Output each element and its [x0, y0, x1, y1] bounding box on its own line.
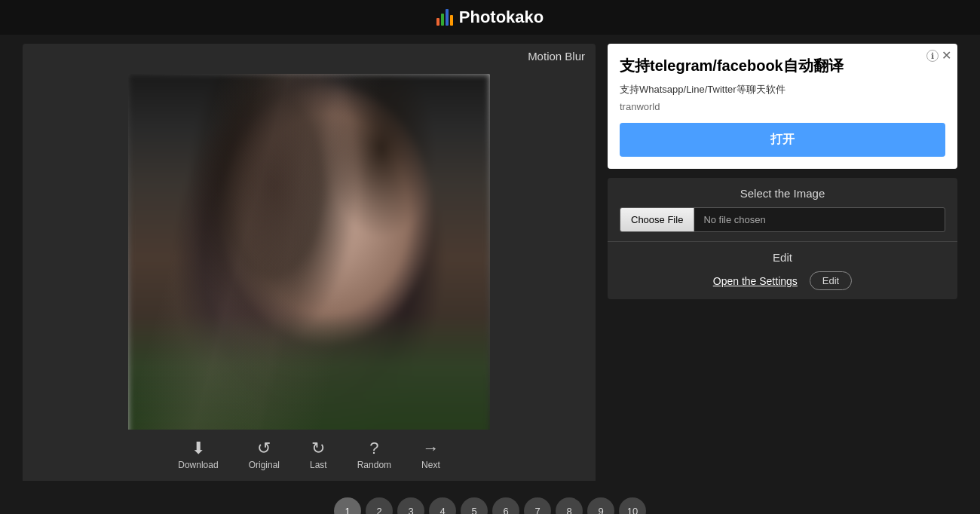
page-btn-9[interactable]: 9: [587, 497, 614, 514]
file-input-wrapper: Choose File No file chosen: [620, 207, 945, 232]
original-button[interactable]: ↺ Original: [234, 436, 295, 475]
left-panel: Motion Blur ⬇ Download ↺ Original ↻: [23, 44, 596, 481]
control-area: Select the Image Choose File No file cho…: [608, 178, 957, 299]
header: Photokako: [0, 0, 980, 35]
page-btn-1[interactable]: 1: [334, 497, 361, 514]
logo-icon: [436, 9, 453, 26]
last-label: Last: [310, 460, 327, 470]
random-icon: ?: [369, 440, 378, 457]
ad-cta-button[interactable]: 打开: [620, 123, 945, 157]
image-toolbar: ⬇ Download ↺ Original ↻ Last ? Random → …: [23, 430, 596, 481]
page-btn-4[interactable]: 4: [429, 497, 456, 514]
photo-container: [128, 74, 490, 443]
edit-row: Open the Settings Edit: [620, 271, 945, 290]
site-title: Photokako: [459, 8, 544, 27]
ad-subtitle: 支持Whatsapp/Line/Twitter等聊天软件: [620, 83, 945, 96]
page-btn-7[interactable]: 7: [524, 497, 551, 514]
info-symbol: ℹ: [931, 51, 934, 61]
page-btn-5[interactable]: 5: [461, 497, 488, 514]
pagination-area: 12345678910: [0, 490, 980, 514]
page-btn-2[interactable]: 2: [366, 497, 393, 514]
edit-title: Edit: [620, 251, 945, 264]
select-image-section: Select the Image Choose File No file cho…: [608, 178, 957, 242]
ad-close-area: ℹ ✕: [926, 50, 951, 62]
last-button[interactable]: ↻ Last: [295, 436, 342, 475]
original-label: Original: [249, 460, 280, 470]
logo-bar-2: [441, 14, 444, 26]
right-panel: ℹ ✕ 支持telegram/facebook自动翻译 支持Whatsapp/L…: [608, 44, 957, 481]
ad-brand: tranworld: [620, 101, 945, 112]
logo-bar-1: [436, 18, 439, 26]
download-label: Download: [178, 460, 218, 470]
file-name-display: No file chosen: [694, 208, 945, 231]
ad-close-button[interactable]: ✕: [942, 50, 951, 62]
logo-bar-3: [446, 9, 449, 26]
logo-bar-4: [450, 15, 453, 26]
page-btn-8[interactable]: 8: [556, 497, 583, 514]
last-icon: ↻: [311, 440, 325, 457]
blur-streak: [128, 74, 490, 443]
select-image-title: Select the Image: [620, 187, 945, 200]
page-btn-10[interactable]: 10: [619, 497, 646, 514]
edit-section: Edit Open the Settings Edit: [608, 242, 957, 299]
download-button[interactable]: ⬇ Download: [163, 436, 233, 475]
page-btn-3[interactable]: 3: [397, 497, 424, 514]
blurred-photo: [128, 74, 490, 443]
choose-file-button[interactable]: Choose File: [620, 208, 694, 231]
open-settings-button[interactable]: Open the Settings: [713, 275, 798, 287]
download-icon: ⬇: [191, 440, 205, 457]
main-content: Motion Blur ⬇ Download ↺ Original ↻: [0, 35, 980, 490]
effect-title: Motion Blur: [528, 50, 585, 63]
original-icon: ↺: [257, 440, 271, 457]
random-label: Random: [357, 460, 391, 470]
close-icon: ✕: [942, 49, 951, 62]
ad-info-icon[interactable]: ℹ: [926, 50, 939, 62]
ad-title: 支持telegram/facebook自动翻译: [620, 56, 945, 75]
logo: Photokako: [436, 8, 544, 27]
image-area: [23, 44, 596, 443]
next-button[interactable]: → Next: [406, 436, 455, 475]
random-button[interactable]: ? Random: [342, 436, 406, 475]
ad-box: ℹ ✕ 支持telegram/facebook自动翻译 支持Whatsapp/L…: [608, 44, 957, 169]
next-icon: →: [422, 440, 439, 457]
next-label: Next: [421, 460, 440, 470]
edit-button[interactable]: Edit: [810, 271, 852, 290]
page-btn-6[interactable]: 6: [492, 497, 519, 514]
